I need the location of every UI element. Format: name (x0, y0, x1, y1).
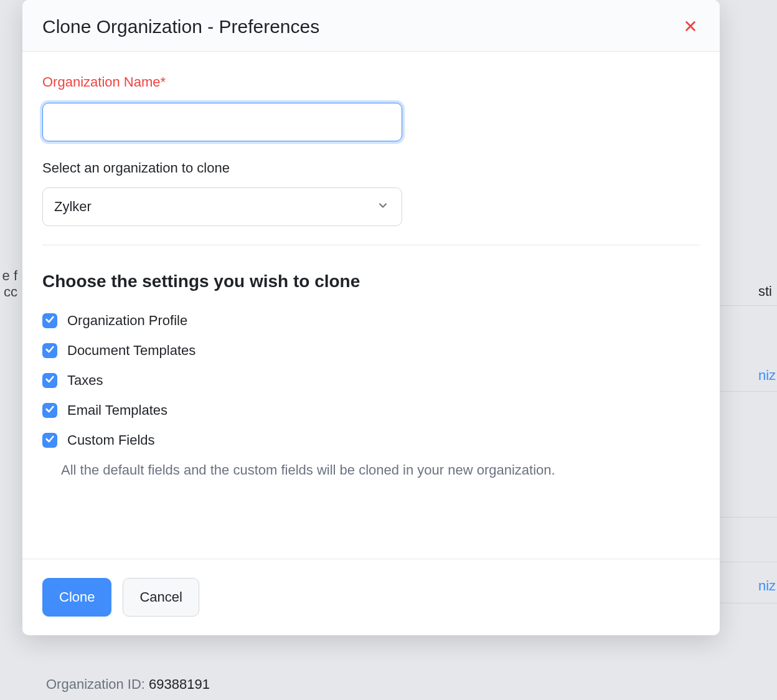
close-button[interactable] (681, 17, 700, 37)
select-org-group: Select an organization to clone Zylker (42, 160, 700, 226)
checkbox[interactable] (42, 313, 57, 328)
option-organization-profile[interactable]: Organization Profile (42, 313, 700, 329)
settings-heading: Choose the settings you wish to clone (42, 272, 700, 291)
org-name-group: Organization Name* (42, 74, 700, 141)
check-icon (45, 404, 55, 417)
modal-header: Clone Organization - Preferences (22, 0, 720, 52)
cancel-button[interactable]: Cancel (123, 578, 199, 617)
background-partial-right-link: niz (758, 367, 777, 384)
check-icon (45, 434, 55, 447)
option-taxes[interactable]: Taxes (42, 372, 700, 389)
option-label: Organization Profile (67, 313, 187, 329)
clone-button[interactable]: Clone (42, 578, 111, 617)
org-name-label: Organization Name* (42, 74, 700, 90)
select-org-value: Zylker (54, 199, 92, 215)
background-partial-right: sti (758, 283, 777, 300)
chevron-down-icon (377, 199, 389, 214)
checkbox[interactable] (42, 373, 57, 388)
org-name-input[interactable] (42, 103, 402, 141)
modal-footer: Clone Cancel (22, 559, 720, 635)
modal-body: Organization Name* Select an organizatio… (22, 52, 720, 559)
clone-organization-modal: Clone Organization - Preferences Organiz… (22, 0, 720, 635)
divider (42, 245, 700, 245)
check-icon (45, 374, 55, 387)
option-label: Taxes (67, 372, 103, 389)
checkbox[interactable] (42, 433, 57, 448)
background-partial-right-link: niz (758, 578, 777, 594)
option-document-templates[interactable]: Document Templates (42, 343, 700, 359)
modal-title: Clone Organization - Preferences (42, 16, 319, 37)
select-org-dropdown[interactable]: Zylker (42, 187, 402, 226)
custom-fields-helper: All the default fields and the custom fi… (61, 462, 700, 478)
checkbox[interactable] (42, 403, 57, 418)
checkbox[interactable] (42, 343, 57, 358)
select-org-label: Select an organization to clone (42, 160, 700, 176)
option-custom-fields[interactable]: Custom Fields (42, 432, 700, 448)
close-icon (684, 19, 697, 35)
option-email-templates[interactable]: Email Templates (42, 402, 700, 419)
option-label: Custom Fields (67, 432, 155, 448)
option-label: Document Templates (67, 343, 195, 359)
check-icon (45, 344, 55, 357)
background-partial-left: e f cc (0, 268, 17, 300)
background-org-id: Organization ID: 69388191 (46, 676, 210, 693)
option-label: Email Templates (67, 402, 167, 419)
check-icon (45, 315, 55, 327)
